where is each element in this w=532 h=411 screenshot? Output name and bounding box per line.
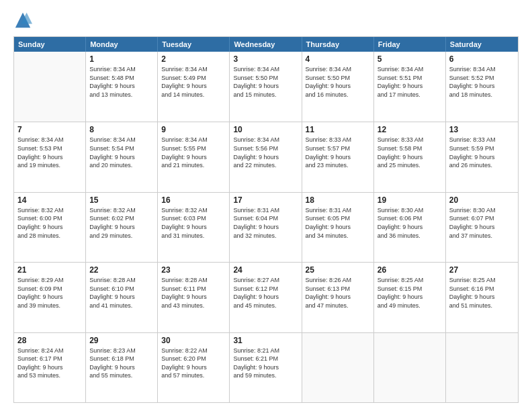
calendar-row: 1Sunrise: 8:34 AM Sunset: 5:48 PM Daylig… bbox=[14, 52, 518, 122]
day-number: 30 bbox=[161, 336, 226, 345]
calendar: SundayMondayTuesdayWednesdayThursdayFrid… bbox=[13, 36, 519, 403]
day-info: Sunrise: 8:32 AM Sunset: 6:02 PM Dayligh… bbox=[89, 206, 154, 240]
weekday-header: Tuesday bbox=[158, 37, 230, 52]
calendar-cell: 19Sunrise: 8:30 AM Sunset: 6:06 PM Dayli… bbox=[374, 193, 446, 262]
day-info: Sunrise: 8:34 AM Sunset: 5:56 PM Dayligh… bbox=[233, 136, 298, 169]
day-info: Sunrise: 8:34 AM Sunset: 5:50 PM Dayligh… bbox=[233, 65, 298, 99]
day-info: Sunrise: 8:31 AM Sunset: 6:04 PM Dayligh… bbox=[233, 206, 298, 240]
calendar-cell: 22Sunrise: 8:28 AM Sunset: 6:10 PM Dayli… bbox=[86, 263, 158, 332]
day-info: Sunrise: 8:34 AM Sunset: 5:55 PM Dayligh… bbox=[161, 136, 226, 169]
day-info: Sunrise: 8:28 AM Sunset: 6:11 PM Dayligh… bbox=[161, 276, 226, 310]
calendar-cell: 18Sunrise: 8:31 AM Sunset: 6:05 PM Dayli… bbox=[302, 193, 374, 262]
day-info: Sunrise: 8:25 AM Sunset: 6:15 PM Dayligh… bbox=[378, 276, 442, 310]
day-number: 17 bbox=[233, 195, 298, 205]
day-info: Sunrise: 8:27 AM Sunset: 6:12 PM Dayligh… bbox=[233, 276, 298, 310]
day-number: 31 bbox=[233, 336, 298, 345]
page: SundayMondayTuesdayWednesdayThursdayFrid… bbox=[0, 0, 532, 411]
calendar-cell: 31Sunrise: 8:21 AM Sunset: 6:21 PM Dayli… bbox=[230, 333, 302, 402]
day-number: 16 bbox=[161, 195, 226, 205]
day-info: Sunrise: 8:25 AM Sunset: 6:16 PM Dayligh… bbox=[449, 276, 515, 310]
calendar-cell: 11Sunrise: 8:33 AM Sunset: 5:57 PM Dayli… bbox=[302, 122, 374, 191]
day-info: Sunrise: 8:23 AM Sunset: 6:18 PM Dayligh… bbox=[89, 347, 154, 380]
day-info: Sunrise: 8:34 AM Sunset: 5:49 PM Dayligh… bbox=[161, 65, 226, 99]
header bbox=[13, 11, 519, 30]
calendar-cell: 8Sunrise: 8:34 AM Sunset: 5:54 PM Daylig… bbox=[86, 122, 158, 191]
calendar-cell: 14Sunrise: 8:32 AM Sunset: 6:00 PM Dayli… bbox=[14, 193, 86, 262]
day-number: 12 bbox=[378, 125, 442, 134]
calendar-cell: 2Sunrise: 8:34 AM Sunset: 5:49 PM Daylig… bbox=[158, 52, 230, 122]
day-info: Sunrise: 8:29 AM Sunset: 6:09 PM Dayligh… bbox=[17, 276, 82, 310]
calendar-header: SundayMondayTuesdayWednesdayThursdayFrid… bbox=[14, 37, 518, 52]
calendar-cell: 13Sunrise: 8:33 AM Sunset: 5:59 PM Dayli… bbox=[446, 122, 518, 191]
day-info: Sunrise: 8:30 AM Sunset: 6:07 PM Dayligh… bbox=[449, 206, 515, 240]
day-number: 21 bbox=[17, 265, 82, 275]
weekday-header: Wednesday bbox=[230, 37, 302, 52]
day-number: 10 bbox=[233, 125, 298, 134]
day-info: Sunrise: 8:34 AM Sunset: 5:54 PM Dayligh… bbox=[89, 136, 154, 169]
day-number: 2 bbox=[161, 54, 226, 64]
calendar-cell: 24Sunrise: 8:27 AM Sunset: 6:12 PM Dayli… bbox=[230, 263, 302, 332]
day-number: 9 bbox=[161, 125, 226, 134]
day-number: 28 bbox=[17, 336, 82, 345]
day-number: 23 bbox=[161, 265, 226, 275]
day-info: Sunrise: 8:34 AM Sunset: 5:50 PM Dayligh… bbox=[306, 65, 370, 99]
day-number: 6 bbox=[449, 54, 515, 64]
calendar-cell: 1Sunrise: 8:34 AM Sunset: 5:48 PM Daylig… bbox=[86, 52, 158, 122]
day-number: 11 bbox=[306, 125, 370, 134]
calendar-cell: 5Sunrise: 8:34 AM Sunset: 5:51 PM Daylig… bbox=[374, 52, 446, 122]
day-number: 22 bbox=[89, 265, 154, 275]
day-number: 27 bbox=[449, 265, 515, 275]
weekday-header: Friday bbox=[374, 37, 446, 52]
day-info: Sunrise: 8:33 AM Sunset: 5:58 PM Dayligh… bbox=[378, 136, 442, 169]
day-number: 7 bbox=[17, 125, 82, 134]
calendar-cell: 21Sunrise: 8:29 AM Sunset: 6:09 PM Dayli… bbox=[14, 263, 86, 332]
calendar-cell: 4Sunrise: 8:34 AM Sunset: 5:50 PM Daylig… bbox=[302, 52, 374, 122]
day-info: Sunrise: 8:34 AM Sunset: 5:52 PM Dayligh… bbox=[449, 65, 515, 99]
calendar-cell bbox=[446, 333, 518, 402]
weekday-header: Monday bbox=[86, 37, 158, 52]
day-info: Sunrise: 8:21 AM Sunset: 6:21 PM Dayligh… bbox=[233, 347, 298, 380]
calendar-cell: 7Sunrise: 8:34 AM Sunset: 5:53 PM Daylig… bbox=[14, 122, 86, 191]
calendar-cell: 23Sunrise: 8:28 AM Sunset: 6:11 PM Dayli… bbox=[158, 263, 230, 332]
calendar-row: 21Sunrise: 8:29 AM Sunset: 6:09 PM Dayli… bbox=[14, 262, 518, 332]
day-number: 3 bbox=[233, 54, 298, 64]
day-number: 25 bbox=[306, 265, 370, 275]
day-info: Sunrise: 8:34 AM Sunset: 5:51 PM Dayligh… bbox=[378, 65, 442, 99]
calendar-row: 14Sunrise: 8:32 AM Sunset: 6:00 PM Dayli… bbox=[14, 192, 518, 262]
weekday-header: Saturday bbox=[446, 37, 518, 52]
calendar-cell: 28Sunrise: 8:24 AM Sunset: 6:17 PM Dayli… bbox=[14, 333, 86, 402]
calendar-cell: 9Sunrise: 8:34 AM Sunset: 5:55 PM Daylig… bbox=[158, 122, 230, 191]
day-info: Sunrise: 8:31 AM Sunset: 6:05 PM Dayligh… bbox=[306, 206, 370, 240]
calendar-cell: 26Sunrise: 8:25 AM Sunset: 6:15 PM Dayli… bbox=[374, 263, 446, 332]
calendar-row: 28Sunrise: 8:24 AM Sunset: 6:17 PM Dayli… bbox=[14, 332, 518, 402]
day-number: 18 bbox=[306, 195, 370, 205]
calendar-cell bbox=[302, 333, 374, 402]
day-number: 13 bbox=[449, 125, 515, 134]
weekday-header: Sunday bbox=[14, 37, 86, 52]
calendar-cell: 25Sunrise: 8:26 AM Sunset: 6:13 PM Dayli… bbox=[302, 263, 374, 332]
logo bbox=[13, 11, 35, 30]
calendar-cell: 12Sunrise: 8:33 AM Sunset: 5:58 PM Dayli… bbox=[374, 122, 446, 191]
calendar-cell: 30Sunrise: 8:22 AM Sunset: 6:20 PM Dayli… bbox=[158, 333, 230, 402]
calendar-cell bbox=[374, 333, 446, 402]
calendar-cell: 29Sunrise: 8:23 AM Sunset: 6:18 PM Dayli… bbox=[86, 333, 158, 402]
day-info: Sunrise: 8:24 AM Sunset: 6:17 PM Dayligh… bbox=[17, 347, 82, 380]
day-number: 14 bbox=[17, 195, 82, 205]
day-number: 15 bbox=[89, 195, 154, 205]
calendar-cell: 3Sunrise: 8:34 AM Sunset: 5:50 PM Daylig… bbox=[230, 52, 302, 122]
calendar-cell: 16Sunrise: 8:32 AM Sunset: 6:03 PM Dayli… bbox=[158, 193, 230, 262]
day-number: 1 bbox=[89, 54, 154, 64]
day-info: Sunrise: 8:33 AM Sunset: 5:59 PM Dayligh… bbox=[449, 136, 515, 169]
calendar-cell: 17Sunrise: 8:31 AM Sunset: 6:04 PM Dayli… bbox=[230, 193, 302, 262]
day-number: 8 bbox=[89, 125, 154, 134]
day-number: 26 bbox=[378, 265, 442, 275]
day-number: 19 bbox=[378, 195, 442, 205]
weekday-header: Thursday bbox=[302, 37, 374, 52]
calendar-cell bbox=[14, 52, 86, 122]
day-number: 20 bbox=[449, 195, 515, 205]
logo-icon bbox=[13, 11, 32, 30]
day-number: 5 bbox=[378, 54, 442, 64]
calendar-cell: 15Sunrise: 8:32 AM Sunset: 6:02 PM Dayli… bbox=[86, 193, 158, 262]
day-info: Sunrise: 8:28 AM Sunset: 6:10 PM Dayligh… bbox=[89, 276, 154, 310]
day-info: Sunrise: 8:22 AM Sunset: 6:20 PM Dayligh… bbox=[161, 347, 226, 380]
